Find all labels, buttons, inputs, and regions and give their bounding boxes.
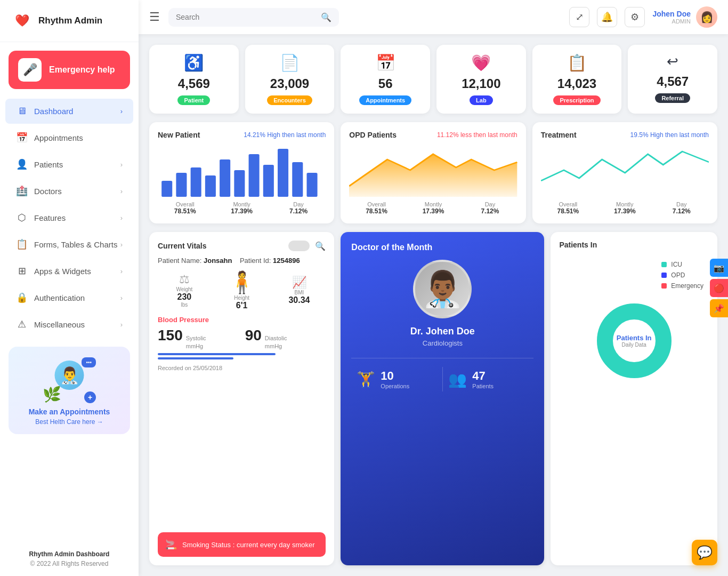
emergency-dot: [661, 283, 667, 289]
sidebar-item-features[interactable]: ⬡ Features ›: [5, 205, 133, 230]
features-icon: ⬡: [16, 212, 28, 223]
weight-item: ⚖ Weight 230 lbs: [158, 273, 211, 308]
speech-bubble: [82, 357, 96, 367]
footer-title: Rhythm Admin Dashboard: [11, 550, 128, 558]
svg-rect-9: [292, 162, 303, 197]
sidebar-item-dashboard[interactable]: 🖥 Dashboard ›: [5, 99, 133, 124]
doctor-patients: 👥 47 Patients: [442, 367, 533, 391]
float-button-alert[interactable]: 🔴: [710, 279, 728, 297]
vitals-toggle[interactable]: [288, 241, 310, 251]
notifications-button[interactable]: 🔔: [597, 7, 617, 27]
prescription-count: 14,023: [557, 76, 596, 91]
promo-link[interactable]: Best Helth Care here →: [17, 418, 122, 426]
fullscreen-button[interactable]: ⤢: [569, 7, 589, 27]
promo-title: Make an Appointments: [17, 407, 122, 416]
referral-icon: ↩: [667, 53, 678, 70]
bottom-row: Current Vitals 🔍 Patient Name: Jonsahn P…: [149, 232, 717, 565]
sidebar: ❤️ Rhythm Admin 🎤 Emergency help 🖥 Dashb…: [0, 0, 139, 576]
sidebar-item-label: Miscellaneous: [34, 320, 85, 329]
float-button-note[interactable]: 📌: [710, 299, 728, 317]
chevron-right-icon: ›: [120, 294, 123, 302]
sidebar-item-authentication[interactable]: 🔒 Authentication ›: [5, 285, 133, 310]
patients-in-center: Patients In: [617, 334, 652, 342]
diastolic-item: 90 DiastolicmmHg: [245, 327, 326, 351]
main-area: ☰ 🔍 ⤢ 🔔 ⚙ Johen Doe ADMIN 👩 ♿ 4,569: [139, 0, 728, 576]
cross-icon: +: [84, 391, 96, 403]
sidebar-item-apps[interactable]: ⊞ Apps & Widgets ›: [5, 258, 133, 284]
emergency-label: Emergency help: [49, 65, 115, 76]
operations-icon: 🏋: [357, 371, 375, 388]
sidebar-item-label: Forms, Tables & Charts: [34, 240, 117, 249]
legend-icu: ICU: [661, 261, 703, 268]
doctor-illustration: 👨‍⚕️: [55, 361, 84, 390]
patients-in-legend: ICU OPD Emergency: [661, 261, 703, 290]
hamburger-menu[interactable]: ☰: [149, 10, 160, 24]
lab-badge: Lab: [470, 95, 493, 105]
charts-row: New Patient 14.21% High then last month: [149, 122, 717, 223]
patient-id: 1254896: [273, 257, 300, 265]
doctor-of-month-card: Doctor of the Month 👨🏾‍⚕️ Dr. Johen Doe …: [341, 232, 544, 565]
logo-area: ❤️ Rhythm Admin: [0, 0, 139, 42]
emergency-button[interactable]: 🎤 Emergency help: [9, 51, 130, 89]
float-button-camera[interactable]: 📷: [710, 259, 728, 277]
patients-in-title: Patients In: [559, 241, 709, 249]
doctor-name: Dr. Johen Doe: [410, 326, 475, 337]
opd-dot: [661, 273, 667, 278]
patient-info: Patient Name: Jonsahn Patient Id: 125489…: [158, 257, 326, 265]
appointments-icon: 📅: [16, 132, 28, 143]
chart-trend-new-patient: 14.21% High then last month: [244, 131, 326, 139]
chat-float-button[interactable]: 💬: [692, 540, 717, 565]
donut-center-label: Patients In Daily Data: [617, 334, 652, 348]
legend-emergency: Emergency: [661, 282, 703, 290]
sidebar-item-patients[interactable]: 👤 Patients ›: [5, 151, 133, 177]
bp-grid: 150 SystolicmmHg 90 DiastolicmmHg: [158, 327, 326, 351]
top-header: ☰ 🔍 ⤢ 🔔 ⚙ Johen Doe ADMIN 👩: [139, 0, 728, 34]
chevron-right-icon: ›: [120, 107, 123, 115]
sidebar-item-appointments[interactable]: 📅 Appointments: [5, 125, 133, 150]
chart-trend-treatment: 19.5% High then last month: [630, 131, 709, 139]
misc-icon: ⚠: [16, 318, 28, 330]
referral-count: 4,567: [657, 74, 689, 89]
sidebar-item-label: Authentication: [34, 293, 85, 302]
icu-label: ICU: [671, 261, 682, 268]
encounters-badge: Encounters: [267, 95, 312, 105]
systolic-bar: [158, 353, 276, 355]
svg-rect-2: [191, 167, 201, 197]
user-menu[interactable]: Johen Doe ADMIN 👩: [652, 6, 717, 28]
encounters-icon: 📄: [280, 53, 300, 72]
bmi-icon: 📈: [292, 276, 306, 290]
treatment-line-chart: [541, 143, 709, 197]
sidebar-item-forms[interactable]: 📋 Forms, Tables & Charts ›: [5, 231, 133, 257]
user-name: Johen Doe: [652, 10, 691, 18]
svg-rect-7: [263, 165, 274, 197]
patients-count: 47: [472, 369, 494, 383]
diastolic-bar: [158, 357, 233, 359]
svg-rect-6: [249, 154, 260, 197]
doctors-icon: 🏥: [16, 185, 28, 197]
new-patient-bar-chart: [158, 143, 326, 197]
chevron-right-icon: ›: [120, 267, 123, 275]
patients-in-donut: Patients In Daily Data: [592, 298, 677, 383]
search-icon: 🔍: [321, 12, 331, 22]
chevron-right-icon: ›: [120, 241, 123, 249]
systolic-value: 150: [158, 327, 183, 344]
sidebar-item-label: Appointments: [34, 133, 83, 142]
blood-pressure-section: Blood Pressure 150 SystolicmmHg 90 Diast…: [158, 316, 326, 359]
weight-value: 230: [177, 292, 192, 302]
sidebar-item-doctors[interactable]: 🏥 Doctors ›: [5, 178, 133, 204]
apps-icon: ⊞: [16, 265, 28, 277]
patient-badge: Patient: [177, 95, 210, 105]
user-avatar: 👩: [696, 6, 717, 28]
right-float-buttons: 📷 🔴 📌: [710, 259, 728, 317]
icu-dot: [661, 262, 667, 267]
sidebar-item-miscellaneous[interactable]: ⚠ Miscellaneous ›: [5, 311, 133, 337]
systolic-label: SystolicmmHg: [186, 334, 206, 351]
patient-name: Jonsahn: [204, 257, 232, 265]
sidebar-item-label: Patients: [34, 160, 63, 169]
search-input[interactable]: [176, 13, 317, 21]
settings-button[interactable]: ⚙: [625, 7, 645, 27]
emergency-icon: 🎤: [18, 58, 42, 82]
appointments-count: 56: [378, 76, 393, 91]
auth-icon: 🔒: [16, 292, 28, 303]
vitals-search-icon[interactable]: 🔍: [315, 241, 326, 251]
